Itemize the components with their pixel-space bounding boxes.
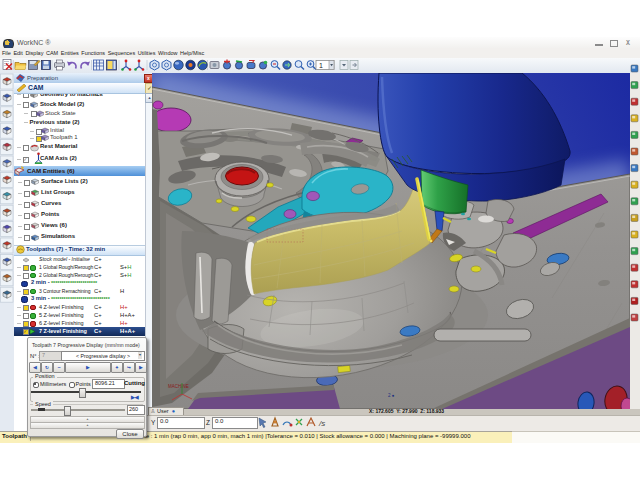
- svg-text:MACHINE: MACHINE: [168, 384, 189, 389]
- svg-text:2 ●: 2 ●: [388, 393, 395, 398]
- svg-text:/s: /s: [318, 419, 325, 428]
- svg-text:1: 1: [319, 62, 323, 69]
